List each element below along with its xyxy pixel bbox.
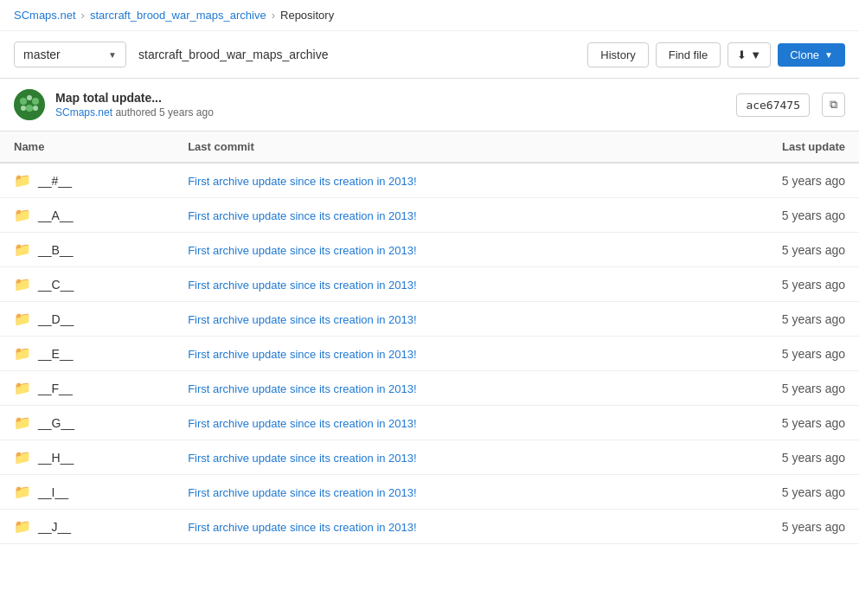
commit-time: 5 years ago [159, 106, 214, 119]
breadcrumb-sep-2: › [272, 9, 275, 22]
table-row: 📁 __B__ First archive update since its c… [0, 233, 859, 267]
find-file-button[interactable]: Find file [656, 42, 721, 67]
update-cell: 5 years ago [680, 302, 859, 337]
file-name-link[interactable]: __G__ [38, 416, 74, 430]
copy-hash-button[interactable]: ⧉ [822, 93, 845, 117]
branch-chevron-icon: ▼ [108, 50, 117, 60]
commit-meta: SCmaps.net authored 5 years ago [55, 106, 726, 119]
toolbar: master ▼ starcraft_brood_war_maps_archiv… [0, 31, 859, 79]
commit-msg-cell: First archive update since its creation … [174, 337, 679, 371]
file-name-link[interactable]: __D__ [38, 312, 74, 326]
file-table-header: Name Last commit Last update [0, 132, 859, 163]
commit-msg-link[interactable]: First archive update since its creation … [188, 382, 416, 395]
table-row: 📁 __#__ First archive update since its c… [0, 163, 859, 198]
update-cell: 5 years ago [680, 475, 859, 510]
folder-icon: 📁 [14, 380, 31, 396]
history-button[interactable]: History [587, 42, 648, 67]
commit-msg-link[interactable]: First archive update since its creation … [188, 486, 416, 499]
download-chevron-icon: ▼ [750, 48, 761, 61]
commit-authored-label: authored [115, 106, 156, 119]
commit-msg-link[interactable]: First archive update since its creation … [188, 313, 416, 326]
commit-msg-cell: First archive update since its creation … [174, 440, 679, 475]
download-button[interactable]: ⬇ ▼ [728, 42, 771, 67]
file-name-link[interactable]: __C__ [38, 278, 74, 292]
file-name-link[interactable]: __I__ [38, 485, 68, 499]
update-cell: 5 years ago [680, 233, 859, 267]
svg-point-4 [21, 106, 26, 111]
file-table: Name Last commit Last update 📁 __#__ Fir… [0, 132, 859, 544]
folder-icon: 📁 [14, 484, 31, 500]
commit-msg-link[interactable]: First archive update since its creation … [188, 521, 416, 534]
svg-point-5 [33, 106, 38, 111]
table-row: 📁 __G__ First archive update since its c… [0, 406, 859, 440]
breadcrumb-repo[interactable]: starcraft_brood_war_maps_archive [90, 9, 266, 22]
table-row: 📁 __E__ First archive update since its c… [0, 337, 859, 371]
svg-point-3 [26, 105, 33, 112]
table-row: 📁 __I__ First archive update since its c… [0, 475, 859, 510]
file-table-body: 📁 __#__ First archive update since its c… [0, 163, 859, 544]
commit-msg-link[interactable]: First archive update since its creation … [188, 209, 416, 222]
table-row: 📁 __D__ First archive update since its c… [0, 302, 859, 337]
commit-msg-link[interactable]: First archive update since its creation … [188, 417, 416, 430]
commit-text: Map total update... SCmaps.net authored … [55, 91, 726, 119]
commit-msg-cell: First archive update since its creation … [174, 475, 679, 510]
clone-chevron-icon: ▼ [824, 50, 833, 60]
avatar [14, 89, 45, 120]
file-name-link[interactable]: __A__ [38, 209, 73, 222]
svg-point-2 [32, 98, 39, 105]
commit-hash-button[interactable]: ace67475 [736, 93, 810, 117]
clone-label: Clone [790, 48, 819, 61]
commit-msg-link[interactable]: First archive update since its creation … [188, 175, 416, 188]
file-name-link[interactable]: __E__ [38, 347, 73, 361]
breadcrumb: SCmaps.net › starcraft_brood_war_maps_ar… [0, 0, 859, 31]
folder-icon: 📁 [14, 207, 31, 223]
update-cell: 5 years ago [680, 510, 859, 544]
file-name-cell: 📁 __G__ [0, 406, 174, 440]
branch-name: master [23, 48, 61, 61]
file-name-cell: 📁 __D__ [0, 302, 174, 337]
file-name-cell: 📁 __I__ [0, 475, 174, 510]
breadcrumb-current: Repository [280, 9, 334, 22]
table-row: 📁 __C__ First archive update since its c… [0, 267, 859, 302]
commit-msg-link[interactable]: First archive update since its creation … [188, 452, 416, 465]
file-name-link[interactable]: __F__ [38, 382, 73, 395]
update-cell: 5 years ago [680, 440, 859, 475]
file-name-link[interactable]: __B__ [38, 243, 73, 257]
copy-icon: ⧉ [830, 98, 837, 111]
clone-button[interactable]: Clone ▼ [778, 43, 845, 67]
branch-selector[interactable]: master ▼ [14, 42, 126, 67]
download-icon: ⬇ [737, 48, 747, 61]
commit-msg-link[interactable]: First archive update since its creation … [188, 348, 416, 361]
commit-msg-cell: First archive update since its creation … [174, 198, 679, 233]
file-name-cell: 📁 __A__ [0, 198, 174, 233]
commit-msg-link[interactable]: First archive update since its creation … [188, 244, 416, 257]
file-name-link[interactable]: __J__ [38, 520, 71, 534]
folder-icon: 📁 [14, 276, 31, 292]
table-row: 📁 __A__ First archive update since its c… [0, 198, 859, 233]
file-name-link[interactable]: __H__ [38, 451, 74, 465]
commit-msg-cell: First archive update since its creation … [174, 267, 679, 302]
file-name-cell: 📁 __B__ [0, 233, 174, 267]
file-name-cell: 📁 __H__ [0, 440, 174, 475]
commit-msg-cell: First archive update since its creation … [174, 163, 679, 198]
folder-icon: 📁 [14, 172, 31, 189]
update-cell: 5 years ago [680, 267, 859, 302]
file-name-cell: 📁 __C__ [0, 267, 174, 302]
table-row: 📁 __H__ First archive update since its c… [0, 440, 859, 475]
commit-author[interactable]: SCmaps.net [55, 106, 112, 119]
commit-msg-cell: First archive update since its creation … [174, 510, 679, 544]
commit-msg-cell: First archive update since its creation … [174, 406, 679, 440]
folder-icon: 📁 [14, 311, 31, 327]
update-cell: 5 years ago [680, 198, 859, 233]
folder-icon: 📁 [14, 345, 31, 362]
file-name-link[interactable]: __#__ [38, 174, 72, 188]
breadcrumb-scmaps[interactable]: SCmaps.net [14, 9, 76, 22]
svg-point-1 [20, 98, 27, 105]
commit-msg-cell: First archive update since its creation … [174, 233, 679, 267]
folder-icon: 📁 [14, 449, 31, 465]
commit-msg-link[interactable]: First archive update since its creation … [188, 279, 416, 292]
file-name-cell: 📁 __E__ [0, 337, 174, 371]
commit-msg-cell: First archive update since its creation … [174, 302, 679, 337]
commit-msg-cell: First archive update since its creation … [174, 371, 679, 406]
update-cell: 5 years ago [680, 163, 859, 198]
